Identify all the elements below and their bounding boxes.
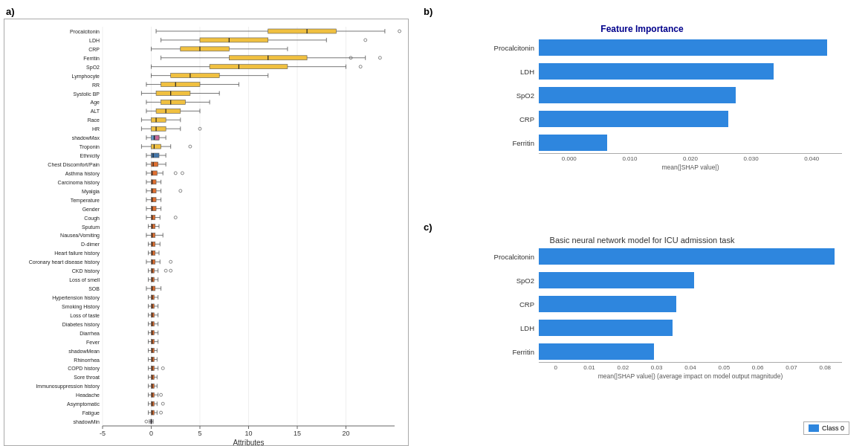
bar-container xyxy=(539,296,842,312)
svg-text:Gender: Gender xyxy=(82,207,100,212)
y-axis-labels: ProcalcitoninLDHCRPFerritinSpO2Lymphocyt… xyxy=(29,29,100,424)
bar-label: CRP xyxy=(479,115,539,123)
svg-text:5: 5 xyxy=(198,430,201,437)
legend-label: Class 0 xyxy=(822,424,844,432)
svg-rect-244 xyxy=(152,340,155,344)
svg-point-73 xyxy=(378,56,381,59)
legend-color xyxy=(809,424,819,432)
svg-rect-202 xyxy=(152,268,155,273)
svg-rect-249 xyxy=(152,349,155,353)
svg-text:10: 10 xyxy=(244,430,252,437)
bar-row: SpO2 xyxy=(479,270,842,291)
x-axis: -505101520 xyxy=(100,426,395,437)
x-tick: 0.030 xyxy=(721,155,782,162)
svg-text:Ethnicity: Ethnicity xyxy=(80,153,100,159)
bar-label: SpO2 xyxy=(479,91,539,100)
bar-chart-b: ProcalcitoninLDHSpO2CRPFerritin xyxy=(479,37,842,153)
svg-rect-209 xyxy=(152,277,155,282)
x-axis-b: 0.0000.0100.0200.0300.040 xyxy=(539,155,842,162)
svg-rect-132 xyxy=(152,153,159,158)
svg-text:Fever: Fever xyxy=(86,340,100,345)
x-tick: 0.01 xyxy=(572,364,606,371)
svg-rect-239 xyxy=(152,331,155,335)
svg-rect-219 xyxy=(152,295,155,300)
bar-row: SpO2 xyxy=(479,85,842,106)
svg-point-128 xyxy=(189,145,192,148)
panel-a-label: a) xyxy=(6,6,15,17)
svg-text:Rhinorrhea: Rhinorrhea xyxy=(74,358,100,363)
x-tick: 0.04 xyxy=(673,364,707,371)
svg-text:Troponin: Troponin xyxy=(80,144,100,150)
svg-rect-281 xyxy=(152,401,155,406)
bar-container xyxy=(539,87,842,103)
svg-text:CRP: CRP xyxy=(88,47,100,52)
bar-fill xyxy=(539,320,673,336)
svg-text:shadowMean: shadowMean xyxy=(68,349,100,354)
x-tick: 0.08 xyxy=(809,364,842,371)
svg-text:COPD history: COPD history xyxy=(68,366,100,372)
svg-text:Lymphocyte: Lymphocyte xyxy=(72,74,100,80)
bar-fill xyxy=(539,272,694,288)
svg-point-198 xyxy=(169,260,172,263)
svg-rect-229 xyxy=(152,313,155,317)
bar-row: Ferritin xyxy=(479,132,842,153)
svg-text:Systolic BP: Systolic BP xyxy=(74,91,100,97)
svg-text:Race: Race xyxy=(88,117,100,123)
svg-point-277 xyxy=(160,393,163,396)
bar-row: Procalcitonin xyxy=(479,246,842,267)
svg-point-204 xyxy=(164,269,167,272)
svg-point-261 xyxy=(161,366,164,369)
bar-label: Procalcitonin xyxy=(479,253,539,261)
svg-text:Carcinoma history: Carcinoma history xyxy=(58,180,100,186)
bar-label: Procalcitonin xyxy=(479,44,539,52)
svg-rect-265 xyxy=(152,375,155,379)
bar-chart-c: ProcalcitoninSpO2CRPLDHFerritin xyxy=(479,246,842,362)
svg-point-289 xyxy=(160,411,163,414)
svg-rect-114 xyxy=(152,126,166,131)
svg-text:Sputum: Sputum xyxy=(82,224,100,230)
svg-text:ALT: ALT xyxy=(91,109,100,114)
svg-text:Smoking History: Smoking History xyxy=(62,304,100,310)
svg-text:Headache: Headache xyxy=(76,392,100,398)
svg-text:Loss of taste: Loss of taste xyxy=(70,313,100,318)
svg-text:Diabetes history: Diabetes history xyxy=(62,322,100,328)
bar-container xyxy=(539,248,842,265)
svg-rect-270 xyxy=(152,384,155,388)
svg-text:Hypertension history: Hypertension history xyxy=(52,295,100,301)
svg-rect-60 xyxy=(200,38,268,42)
svg-text:LDH: LDH xyxy=(89,38,100,43)
svg-text:0: 0 xyxy=(149,430,153,437)
svg-text:Sore throat: Sore throat xyxy=(74,375,100,380)
bar-container xyxy=(539,343,842,360)
bar-row: CRP xyxy=(479,294,842,314)
svg-text:shadowMax: shadowMax xyxy=(72,135,100,140)
svg-point-295 xyxy=(145,420,148,423)
svg-rect-66 xyxy=(181,47,229,51)
x-tick: 0.06 xyxy=(741,364,774,371)
svg-point-56 xyxy=(398,30,401,33)
panel-b: b) Feature Importance ProcalcitoninLDHSp… xyxy=(416,0,868,216)
svg-text:Asymptomatic: Asymptomatic xyxy=(67,401,100,407)
svg-rect-259 xyxy=(152,366,155,370)
svg-rect-287 xyxy=(152,410,155,415)
svg-rect-94 xyxy=(156,91,190,96)
svg-point-80 xyxy=(359,65,362,68)
svg-rect-137 xyxy=(152,162,158,167)
panel-b-label: b) xyxy=(424,6,433,17)
svg-point-172 xyxy=(174,216,177,219)
svg-text:15: 15 xyxy=(294,430,301,437)
svg-text:Chest Discomfort/Pain: Chest Discomfort/Pain xyxy=(48,162,100,167)
svg-rect-104 xyxy=(156,109,181,113)
panel-c-label: c) xyxy=(424,222,433,233)
x-axis-c: 00.010.020.030.040.050.060.070.08 xyxy=(539,364,842,371)
x-axis-label: Attributes xyxy=(233,439,264,446)
bar-fill xyxy=(539,87,736,103)
bar-fill xyxy=(539,343,654,360)
svg-text:Immunosuppression history: Immunosuppression history xyxy=(36,384,100,390)
svg-rect-224 xyxy=(152,304,155,308)
svg-text:SOB: SOB xyxy=(88,286,100,291)
x-tick: 0.020 xyxy=(660,155,721,162)
bar-label: Ferritin xyxy=(479,139,539,147)
svg-text:SpO2: SpO2 xyxy=(86,65,100,71)
svg-text:Procalcitonin: Procalcitonin xyxy=(70,29,100,34)
